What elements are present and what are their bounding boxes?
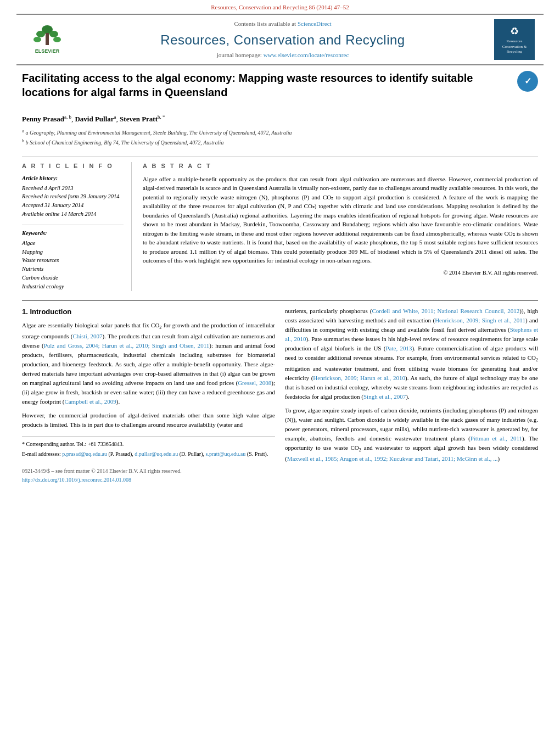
crossmark-symbol: ✓ [524, 75, 531, 87]
cite-singh-2007[interactable]: Singh et al., 2007 [363, 393, 406, 400]
article-history-block: Article history: Received 4 April 2013 R… [22, 175, 124, 218]
svg-text:ELSEVIER: ELSEVIER [35, 48, 60, 54]
keyword-6: Industrial ecology [22, 283, 124, 291]
available-line: Available online 14 March 2014 [22, 210, 124, 219]
corresponding-author-note: * Corresponding author. Tel.: +61 733654… [22, 440, 275, 449]
affiliation-2-sup: b [22, 138, 24, 143]
author-1-sup: a, b [64, 114, 71, 120]
cite-gressel[interactable]: Gressel, 2008 [238, 380, 271, 386]
page: Resources, Conservation and Recycling 86… [0, 0, 560, 742]
author-2-sup: a [114, 114, 116, 120]
issn-line: 0921-3449/$ – see front matter © 2014 El… [22, 467, 275, 476]
cite-pate[interactable]: Pate, 2013 [385, 345, 412, 352]
body-right-para-2: To grow, algae require steady inputs of … [285, 406, 538, 464]
copyright-line: © 2014 Elsevier B.V. All rights reserved… [143, 269, 538, 277]
cite-chisti[interactable]: Chisti, 2007 [72, 333, 102, 339]
article-title: Facilitating access to the algal economy… [22, 71, 509, 99]
cite-henrickson[interactable]: Henrickson, 2009; Singh et al., 2011 [435, 317, 525, 323]
affiliation-1: a a Geography, Planning and Environmenta… [22, 128, 538, 137]
footnote-area: * Corresponding author. Tel.: +61 733654… [22, 436, 275, 458]
crossmark-icon: ✓ [517, 71, 538, 92]
article-content: Facilitating access to the algal economy… [0, 65, 560, 495]
body-divider [22, 300, 538, 301]
elsevier-logo-icon: ELSEVIER [25, 23, 69, 56]
doi-line: http://dx.doi.org/10.1016/j.resconrec.20… [22, 476, 275, 484]
affiliation-1-sup: a [22, 129, 24, 133]
body-left-para-2: However, the commercial production of al… [22, 411, 275, 429]
journal-logo-right: ♻ Resources Conservation & Recycling [491, 19, 535, 60]
journal-bar: Resources, Conservation and Recycling 86… [0, 0, 560, 14]
body-col-left: 1. Introduction Algae are essentially bi… [22, 306, 275, 484]
article-info-header: A R T I C L E I N F O [22, 162, 124, 170]
svg-point-5 [53, 37, 61, 42]
email-link[interactable]: p.prasad@uq.edu.au [62, 451, 107, 457]
resources-recycling-logo: ♻ Resources Conservation & Recycling [494, 19, 535, 60]
author-3-sup: b, * [158, 114, 165, 120]
section-1-label: Introduction [30, 308, 71, 316]
logo-line-2: Conservation & [502, 44, 527, 49]
authors-line: Penny Prasada, b, David Pullara, Steven … [22, 114, 538, 125]
homepage-link[interactable]: www.elsevier.com/locate/resconrec [264, 52, 349, 58]
affiliation-2: b b School of Chemical Engineering, Blg … [22, 138, 538, 147]
svg-point-4 [33, 37, 41, 42]
journal-homepage: journal homepage: www.elsevier.com/locat… [217, 51, 349, 59]
journal-title: Resources, Conservation and Recycling [160, 31, 405, 49]
homepage-label: journal homepage: [217, 52, 262, 58]
author-1: Penny Prasad [22, 115, 64, 124]
logo-line-3: Recycling [507, 49, 522, 54]
article-title-section: Facilitating access to the algal economy… [22, 71, 538, 108]
journal-header: ELSEVIER Contents lists available at Sci… [16, 14, 544, 65]
svg-rect-6 [46, 33, 49, 45]
journal-info-center: Contents lists available at ScienceDirec… [75, 19, 491, 60]
keyword-2: Mapping [22, 248, 124, 256]
received-line: Received 4 April 2013 [22, 185, 124, 193]
article-title-text: Facilitating access to the algal economy… [22, 71, 509, 105]
history-label: Article history: [22, 175, 124, 183]
contents-label: Contents lists available at [234, 20, 296, 27]
svg-point-2 [36, 31, 45, 37]
accepted-line: Accepted 31 January 2014 [22, 202, 124, 210]
revised-line: Received in revised form 29 January 2014 [22, 193, 124, 201]
keyword-1: Algae [22, 239, 124, 248]
email-link-3[interactable]: s.pratt@uq.edu.au [205, 451, 245, 457]
email-link-2[interactable]: d.pullar@uq.edu.au [135, 451, 178, 457]
body-left-para-1: Algae are essentially biological solar p… [22, 321, 275, 406]
abstract-text: Algae offer a multiple-benefit opportuni… [143, 175, 538, 277]
cite-cordell[interactable]: Cordell and White, 2011; National Resear… [372, 308, 519, 314]
cite-pittman[interactable]: Pittman et al., 2011 [471, 435, 522, 442]
body-col-right: nutrients, particularly phosphorus (Cord… [285, 306, 538, 484]
logo-line-1: Resources [507, 39, 523, 44]
body-columns: 1. Introduction Algae are essentially bi… [22, 306, 538, 484]
cite-campbell[interactable]: Campbell et al., 2009 [64, 398, 116, 405]
crossmark-badge: ✓ [517, 71, 538, 92]
elsevier-logo-area: ELSEVIER [25, 19, 75, 60]
keywords-label: Keywords: [22, 230, 124, 238]
keyword-3: Waste resources [22, 256, 124, 265]
star-note: * Corresponding author. Tel.: +61 733654… [22, 441, 124, 447]
cite-stephens[interactable]: Stephens et al., 2010 [285, 326, 538, 342]
cite-henrickson-2[interactable]: Henrickson, 2009; Harun et al., 2010 [313, 375, 405, 381]
svg-point-3 [49, 31, 58, 37]
abstract-header: A B S T R A C T [143, 162, 538, 170]
cite-pulz[interactable]: Pulz and Gross, 2004; Harun et al., 2010… [44, 342, 210, 349]
author-3: Steven Pratt [120, 115, 158, 124]
section-1-num: 1. [22, 308, 28, 316]
bottom-bar: 0921-3449/$ – see front matter © 2014 El… [22, 467, 275, 484]
body-right-para-1: nutrients, particularly phosphorus (Cord… [285, 306, 538, 401]
doi-link[interactable]: http://dx.doi.org/10.1016/j.resconrec.20… [22, 477, 131, 483]
abstract-col: A B S T R A C T Algae offer a multiple-b… [143, 162, 538, 292]
article-info-abstract-section: A R T I C L E I N F O Article history: R… [22, 156, 538, 292]
sciencedirect-link[interactable]: ScienceDirect [298, 20, 332, 27]
affiliations: a a Geography, Planning and Environmenta… [22, 128, 538, 147]
section-1-title: 1. Introduction [22, 306, 275, 317]
contents-line: Contents lists available at ScienceDirec… [234, 20, 331, 28]
author-2: David Pullar [75, 115, 114, 124]
email-note: E-mail addresses: p.prasad@uq.edu.au (P.… [22, 450, 275, 459]
abstract-body: Algae offer a multiple-benefit opportuni… [143, 176, 538, 264]
recycle-icon: ♻ [510, 25, 519, 38]
divider-1 [22, 225, 124, 225]
journal-citation: Resources, Conservation and Recycling 86… [211, 4, 349, 10]
keyword-5: Carbon dioxide [22, 274, 124, 282]
article-info-col: A R T I C L E I N F O Article history: R… [22, 162, 132, 292]
cite-maxwell[interactable]: Maxwell et al., 1985; Aragon et al., 199… [287, 455, 498, 462]
